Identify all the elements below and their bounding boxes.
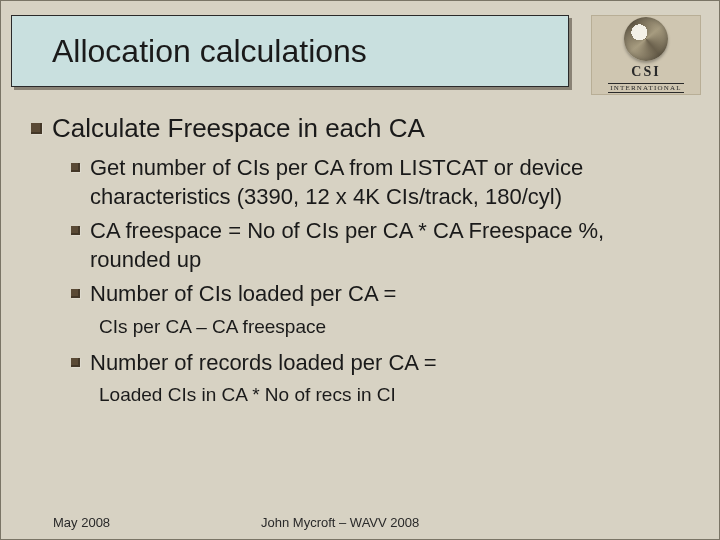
slide: Allocation calculations CSI INTERNATIONA… <box>0 0 720 540</box>
bullet-lvl3: CIs per CA – CA freespace <box>99 315 689 339</box>
bullet-text: CA freespace = No of CIs per CA * CA Fre… <box>90 217 689 274</box>
bullet-icon <box>71 163 80 172</box>
bullet-text: Calculate Freespace in each CA <box>52 113 425 144</box>
bullet-lvl2: CA freespace = No of CIs per CA * CA Fre… <box>71 217 689 274</box>
logo-sub-text: INTERNATIONAL <box>608 83 684 93</box>
bullet-icon <box>71 226 80 235</box>
bullet-text: CIs per CA – CA freespace <box>99 316 326 337</box>
bullet-lvl2: Number of CIs loaded per CA = <box>71 280 689 309</box>
content-area: Calculate Freespace in each CA Get numbe… <box>31 113 689 417</box>
logo-main-text: CSI <box>631 65 660 79</box>
title-bar: Allocation calculations <box>11 15 569 87</box>
bullet-text: Loaded CIs in CA * No of recs in CI <box>99 384 396 405</box>
logo-swirl-icon <box>624 17 668 61</box>
bullet-text: Get number of CIs per CA from LISTCAT or… <box>90 154 689 211</box>
bullet-text: Number of records loaded per CA = <box>90 349 437 378</box>
bullet-lvl1: Calculate Freespace in each CA <box>31 113 689 144</box>
bullet-lvl3: Loaded CIs in CA * No of recs in CI <box>99 383 689 407</box>
bullet-lvl2: Get number of CIs per CA from LISTCAT or… <box>71 154 689 211</box>
bullet-icon <box>31 123 42 134</box>
bullet-text: Number of CIs loaded per CA = <box>90 280 396 309</box>
bullet-icon <box>71 358 80 367</box>
bullet-lvl2: Number of records loaded per CA = <box>71 349 689 378</box>
logo: CSI INTERNATIONAL <box>591 15 701 95</box>
slide-title: Allocation calculations <box>52 33 367 70</box>
footer-date: May 2008 <box>53 515 110 530</box>
footer-author: John Mycroft – WAVV 2008 <box>261 515 419 530</box>
bullet-icon <box>71 289 80 298</box>
